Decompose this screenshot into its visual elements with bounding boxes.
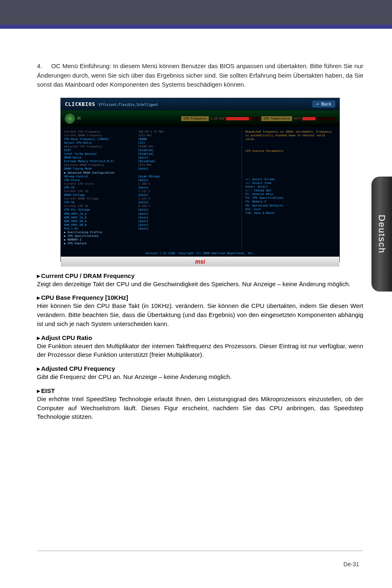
section-body: Hier können Sie den CPU Base Takt (in 10… <box>37 301 363 328</box>
key-hint: F6: Optimized Defaults <box>245 204 333 208</box>
footer-divider <box>37 551 363 551</box>
bios-logo-wrap: CLICKBIOS Efficient,Flexible,Intelligent <box>65 101 158 107</box>
sections: ▸Current CPU / DRAM FrequencyZeigt den d… <box>37 272 363 422</box>
bios-footer: Version 1.23.1108. Copyright (C) 2008 Am… <box>61 250 339 257</box>
top-bar <box>0 0 392 29</box>
bios-settings-list: Current CPU Frequency100.00 X 31 MHzCurr… <box>61 127 242 250</box>
oc-icon[interactable] <box>65 114 75 124</box>
gauge-bar <box>302 117 335 120</box>
bios-logo-sub: Efficient,Flexible,Intelligent <box>99 103 158 107</box>
back-button[interactable]: ↶ Back <box>312 101 335 108</box>
bios-gauges: CPU Frequency 3.10 GHZ CPU Temperature 4… <box>181 116 335 121</box>
bios-setting-row[interactable]: DDR_VREF_DA_B[Auto] <box>64 223 238 227</box>
msi-logo: msi <box>61 257 339 266</box>
bios-help-panel: Requested frequency in 10kHz increments.… <box>242 127 336 250</box>
page-content: 4. OC Menü Einführung: In diesem Menü kö… <box>0 29 392 421</box>
bios-setting-row[interactable]: Current CPU IO1.112 V <box>64 190 238 193</box>
bios-setting-row[interactable]: VDroop Control[High VDroop] <box>64 175 238 179</box>
section-body: Die Funktion steuert den Multiplikator d… <box>37 342 363 360</box>
bios-setting-row[interactable]: Current CPU Vcore1.160 V <box>64 182 238 186</box>
section-body: Die erhöhte Intel SpeedStep Technologie … <box>37 395 363 421</box>
gauge-label: CPU Frequency <box>181 116 209 121</box>
section-title: ▸EIST <box>37 387 363 395</box>
bios-setting-row[interactable]: DRAM Voltage[Auto] <box>64 193 238 197</box>
bios-setting-row[interactable]: CPU Base Frequency [10KHZ]10000 <box>64 138 238 141</box>
bios-setting-row[interactable]: PCH 1.05[Auto] <box>64 227 238 231</box>
bios-setting-row[interactable]: Adjusted CPU Frequency24200 MHz <box>64 145 238 149</box>
language-label: Deutsch <box>376 215 387 254</box>
section-title: ▸Adjusted CPU Frequency <box>37 365 363 372</box>
bios-setting-row[interactable]: CPU IO[Auto] <box>64 186 238 190</box>
bios-setting-row[interactable]: Extreme Memory Profile(X.M.P)[Disabled] <box>64 160 238 163</box>
bios-setting-row[interactable]: DDR_VREF_DA_A[Auto] <box>64 220 238 223</box>
bios-logo: CLICKBIOS <box>65 101 95 107</box>
bios-setting-row[interactable]: DRAM Timing Mode[Auto] <box>64 167 238 171</box>
bios-setting-row[interactable]: Adjusted DRAM Frequency1333 MHz <box>64 163 238 167</box>
key-hint: F4: CPU Specifications <box>245 196 333 200</box>
bios-setting-row[interactable]: EIST[Enabled] <box>64 149 238 152</box>
bios-setting-row[interactable]: DDR_VREF_CA_B[Auto] <box>64 216 238 220</box>
key-hint: F5: Memory-Z <box>245 200 333 204</box>
bios-setting-row[interactable]: Adjust CPU Ratio[31] <box>64 141 238 145</box>
section-body: Gibt die Frequenz der CPU an. Nur Anzeig… <box>37 372 363 381</box>
section-title: ▸Adjust CPU Ratio <box>37 334 363 342</box>
bios-setting-row[interactable]: DRAM Ratio[Auto] <box>64 156 238 160</box>
bios-key-legend: →←: Select Screen↑↓: Select ItemEnter: S… <box>245 178 333 215</box>
intro-paragraph: 4. OC Menü Einführung: In diesem Menü kö… <box>37 62 363 90</box>
page-number: De-31 <box>344 561 359 567</box>
section-title: ▸Current CPU / DRAM Frequency <box>37 272 363 280</box>
back-label: Back <box>321 102 331 106</box>
bios-setting-row[interactable]: ▶ Advanced DRAM Configuration <box>64 171 238 175</box>
bios-setting-row[interactable]: ▶ MEMORY-Z <box>64 238 238 242</box>
bios-setting-row[interactable]: Current CPU Frequency100.00 X 31 MHz <box>64 130 238 134</box>
cpu-freq-gauge: CPU Frequency 3.10 GHZ <box>181 116 259 121</box>
key-hint: ESC: Exit <box>245 208 333 211</box>
gauge-bar <box>226 117 259 120</box>
key-hint: +/-: Change Opt. <box>245 189 333 193</box>
bios-setting-row[interactable]: Current DRAM Frequency1333 MHz <box>64 134 238 138</box>
bios-setting-row[interactable]: Intel Turbo Booster[Enabled] <box>64 152 238 156</box>
cpu-temp-gauge: CPU Temperature 44°C <box>261 116 335 121</box>
section-body: Zeigt den derzeitige Takt der CPU und di… <box>37 280 363 289</box>
oc-label: OC <box>77 117 81 120</box>
bios-setting-row[interactable]: Current CPU SA0.928 V <box>64 204 238 208</box>
gauge-val: 44°C <box>294 117 301 120</box>
section-title: ▸CPU Base Frequency [10KHz] <box>37 294 363 301</box>
key-hint: →←: Select Screen <box>245 178 333 181</box>
bios-top: OC CPU Frequency 3.10 GHZ CPU Temperatur… <box>61 110 339 127</box>
bios-body: Current CPU Frequency100.00 X 31 MHzCurr… <box>61 127 339 250</box>
bios-setting-row[interactable]: Current DRAM Voltage1.472 V <box>64 197 238 201</box>
bios-setting-row[interactable]: ▶ CPU Feature <box>64 242 238 246</box>
bios-screenshot: CLICKBIOS Efficient,Flexible,Intelligent… <box>60 98 340 262</box>
key-hint: Enter: Select <box>245 185 333 189</box>
language-tab[interactable]: Deutsch <box>371 177 392 292</box>
intro-text: OC Menü Einführung: In diesem Menü könne… <box>37 62 363 88</box>
key-hint: F10: Save & Reset <box>245 211 333 215</box>
bios-setting-row[interactable]: DDR_VREF_CA_A[Auto] <box>64 212 238 216</box>
intro-number: 4. <box>37 62 49 71</box>
bios-setting-row[interactable]: ▶ CPU Specifications <box>64 234 238 238</box>
key-hint: ↑↓: Select Item <box>245 181 333 185</box>
bios-setting-row[interactable]: CPU SA[Auto] <box>64 201 238 204</box>
bios-setting-row[interactable]: CPU Vcore[Auto] <box>64 179 238 182</box>
help-text-2: CPU Feature Parameters <box>245 149 333 153</box>
gauge-val: 3.10 GHZ <box>210 117 224 120</box>
bios-setting-row[interactable]: ▶ Overclocking Profile <box>64 231 238 234</box>
gauge-label: CPU Temperature <box>261 116 292 121</box>
bios-setting-row[interactable]: CPU PLL Voltage[Auto] <box>64 208 238 212</box>
bios-header: CLICKBIOS Efficient,Flexible,Intelligent… <box>61 98 339 110</box>
help-text-1: Requested frequency in 10kHz increments.… <box>245 130 333 141</box>
key-hint: F1: General Help <box>245 193 333 196</box>
